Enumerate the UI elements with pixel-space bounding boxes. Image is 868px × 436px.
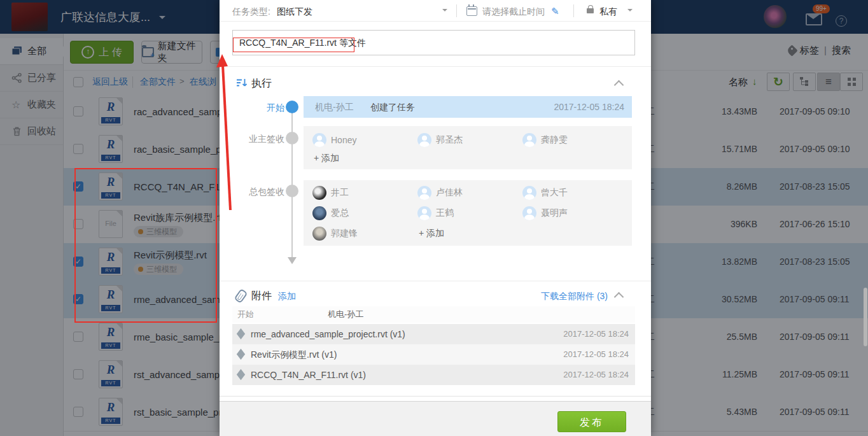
assignee-name: 龚静雯 — [541, 134, 568, 146]
publish-button[interactable]: 发布 — [557, 411, 626, 432]
paperclip-icon — [234, 288, 248, 304]
step-gc-sign-label: 总包签收 — [228, 186, 284, 198]
person-avatar — [417, 186, 431, 200]
assignee-name: 聂明声 — [541, 207, 568, 219]
assignee-name: Honey — [331, 135, 356, 145]
task-type-value[interactable]: 图纸下发 — [277, 6, 312, 18]
task-type-caret-icon[interactable] — [442, 9, 447, 14]
divider — [220, 21, 651, 22]
workflow-section-title: 执行 — [251, 77, 272, 90]
assignee: 曾大千 — [522, 185, 568, 200]
download-all-button[interactable]: 下载全部附件 (3) — [500, 291, 608, 302]
assignee-name: 曾大千 — [541, 187, 568, 199]
privacy-value[interactable]: 私有 — [599, 6, 617, 18]
assignee-name: 卢佳林 — [436, 187, 463, 199]
divider — [220, 281, 651, 281]
attachment-name: rme_advanced_sample_project.rvt (v1) — [251, 329, 405, 339]
attachment-date: 2017-12-05 18:24 — [563, 324, 629, 344]
assignee-name: 井工 — [331, 187, 349, 199]
screen: 广联达信息大厦... 99+ ? 全部 已分享 ☆ 收藏夹 回收站 — [0, 0, 868, 436]
assignee: 郭建锋 — [312, 226, 358, 241]
assignee-name: 王鹤 — [436, 207, 454, 219]
step-owner-sign-label: 业主签收 — [232, 134, 284, 145]
header-divider — [456, 4, 457, 17]
step-start-label: 开始 — [239, 102, 284, 114]
assignee: 爱总 — [312, 206, 349, 221]
subheader-owner: 机电-孙工 — [328, 306, 363, 323]
assignee: 龚静雯 — [522, 132, 568, 148]
privacy-caret-icon[interactable] — [627, 9, 633, 14]
event-when: 2017-12-05 18:24 — [554, 96, 624, 118]
attachment-date: 2017-12-05 18:24 — [563, 344, 629, 365]
lock-icon — [587, 8, 594, 13]
person-avatar — [312, 186, 326, 200]
start-event-row: 机电-孙工 创建了任务 2017-12-05 18:24 — [304, 96, 632, 118]
add-attachment-button[interactable]: 添加 — [278, 291, 296, 302]
add-assignee-button[interactable]: + 添加 — [419, 228, 444, 239]
workflow-sort-icon — [236, 78, 248, 88]
assignee: 聂明声 — [522, 206, 568, 221]
model-cube-icon — [237, 328, 245, 340]
person-avatar — [312, 133, 326, 147]
attachment-name: RCCQ_T4N_AR_F11.rvt (v1) — [251, 370, 366, 380]
person-avatar — [312, 227, 326, 241]
event-who: 机电-孙工 — [315, 96, 354, 118]
workflow-collapse-icon[interactable] — [614, 80, 624, 90]
attachments-section-title: 附件 — [251, 290, 272, 303]
attachment-item[interactable]: RCCQ_T4N_AR_F11.rvt (v1) 2017-12-05 18:2… — [232, 365, 635, 385]
task-title-input[interactable]: RCCQ_T4N_AR_F11.rvt 等文件 — [232, 30, 635, 55]
event-what: 创建了任务 — [370, 96, 415, 118]
step-start-dot — [286, 101, 298, 113]
timeline-arrow-icon — [288, 257, 297, 269]
person-avatar — [417, 206, 431, 220]
model-cube-icon — [237, 369, 245, 381]
add-assignee-button[interactable]: + 添加 — [314, 153, 339, 164]
modal-footer: 发布 — [220, 401, 651, 436]
attachment-date: 2017-12-05 18:24 — [563, 365, 629, 385]
person-avatar — [522, 206, 536, 220]
person-avatar — [522, 133, 536, 147]
step-gc-sign-dot — [286, 185, 298, 197]
page-scrollbar[interactable] — [864, 288, 867, 346]
assignee-name: 郭建锋 — [331, 228, 358, 239]
step-owner-sign-dot — [286, 132, 298, 144]
divider — [220, 66, 651, 67]
divider — [220, 396, 651, 397]
attachments-subheader: 开始 机电-孙工 — [232, 306, 635, 323]
assignee-name: 爱总 — [331, 207, 349, 219]
assignee: 王鹤 — [417, 206, 454, 221]
model-cube-icon — [237, 349, 245, 360]
person-avatar — [417, 133, 431, 147]
assignee-name: 郭圣杰 — [436, 134, 463, 146]
assignee: Honey — [312, 132, 356, 148]
task-modal: 任务类型: 图纸下发 请选择截止时间 ✎ 私有 RCCQ_T4N_AR_F11.… — [220, 0, 651, 436]
owner-sign-panel: Honey 郭圣杰 龚静雯 + 添加 — [304, 126, 632, 169]
deadline-picker[interactable]: 请选择截止时间 — [482, 6, 545, 18]
edit-pencil-icon[interactable]: ✎ — [551, 6, 559, 17]
attachment-name: Revit示例模型.rvt (v1) — [251, 349, 337, 360]
workflow-timeline — [291, 107, 293, 257]
assignee: 卢佳林 — [417, 185, 463, 200]
task-type-label: 任务类型: — [232, 6, 270, 18]
attachment-item[interactable]: rme_advanced_sample_project.rvt (v1) 201… — [232, 324, 635, 344]
person-avatar — [312, 206, 326, 220]
assignee: 井工 — [312, 185, 349, 200]
person-avatar — [522, 186, 536, 200]
calendar-icon[interactable] — [466, 6, 477, 16]
assignee: 郭圣杰 — [417, 132, 463, 148]
gc-sign-panel: 井工 卢佳林 曾大千 爱总 王鹤 聂明声 郭建锋 + 添加 — [304, 180, 632, 246]
attachments-collapse-icon[interactable] — [614, 292, 624, 302]
header-divider — [573, 4, 574, 17]
attachment-item[interactable]: Revit示例模型.rvt (v1) 2017-12-05 18:24 — [232, 344, 635, 365]
subheader-start: 开始 — [237, 306, 254, 323]
